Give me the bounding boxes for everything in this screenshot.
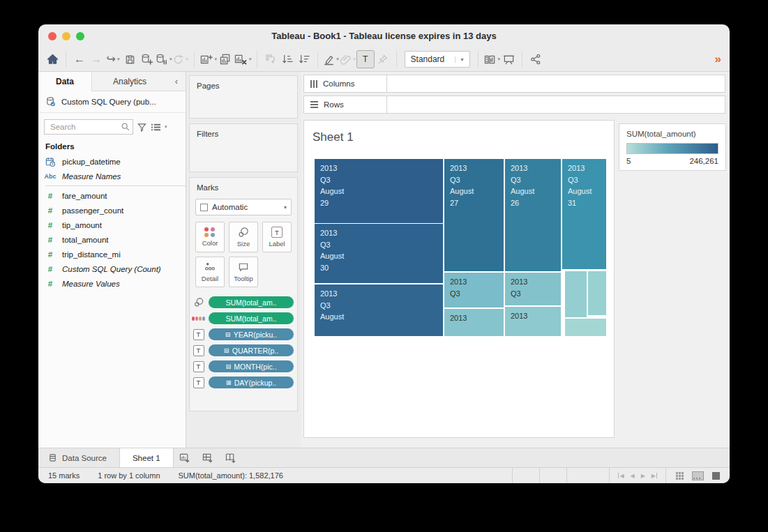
- field-pickup-datetime[interactable]: pickup_datetime: [38, 154, 186, 169]
- field-label: passenger_count: [62, 206, 123, 215]
- filters-label: Filters: [190, 124, 297, 138]
- treemap-cell[interactable]: [588, 271, 606, 315]
- field-measure-names[interactable]: Abc Measure Names: [38, 169, 186, 183]
- duplicate-sheet-button[interactable]: [217, 50, 234, 68]
- sort-descending-button[interactable]: [296, 50, 313, 68]
- status-bar: 15 marks 1 row by 1 column SUM(total_amo…: [38, 467, 730, 483]
- new-worksheet-tab-button[interactable]: [174, 448, 197, 468]
- detail-button[interactable]: Detail: [195, 257, 225, 287]
- filmstrip-view-icon[interactable]: [692, 471, 704, 480]
- tableau-window: Tableau - Book1 - Tableau license expire…: [38, 24, 730, 483]
- treemap-cell[interactable]: 2013Q3: [444, 273, 504, 307]
- next-page-icon[interactable]: ▶: [641, 473, 645, 479]
- search-input[interactable]: [44, 119, 133, 135]
- home-icon[interactable]: [44, 50, 61, 68]
- undo-button[interactable]: ←: [71, 50, 88, 68]
- pill-year-pickup[interactable]: ⊟YEAR(picku..: [209, 328, 294, 340]
- pages-card[interactable]: Pages: [189, 75, 298, 119]
- treemap-cell[interactable]: 2013Q3August30: [315, 224, 443, 283]
- presentation-mode-button[interactable]: [500, 50, 517, 68]
- fix-axes-pin-icon: [375, 50, 391, 68]
- new-dashboard-tab-button[interactable]: [197, 448, 220, 468]
- datasource-item[interactable]: Custom SQL Query (pub...: [38, 91, 186, 113]
- treemap-cell-label: 2013: [320, 227, 440, 239]
- label-button[interactable]: T Label: [262, 222, 292, 252]
- show-me-button[interactable]: ▾: [483, 50, 501, 68]
- pill-month-pickup[interactable]: ⊟MONTH(pic..: [209, 360, 294, 372]
- new-story-icon: [225, 453, 237, 464]
- color-button[interactable]: Color: [195, 222, 225, 252]
- filter-funnel-icon[interactable]: [137, 122, 147, 132]
- field-trip-distance[interactable]: # trip_distance_mi: [38, 247, 186, 261]
- tooltip-button[interactable]: Tooltip: [229, 257, 258, 287]
- fit-view-select[interactable]: Standard ▾: [405, 51, 470, 68]
- treemap-cell[interactable]: 2013Q3: [505, 273, 561, 305]
- mark-type-select[interactable]: Automatic ▾: [195, 199, 292, 215]
- treemap-cell[interactable]: 2013Q3August26: [505, 159, 561, 271]
- save-button[interactable]: [121, 50, 138, 68]
- pill-quarter-pickup[interactable]: ⊟QUARTER(p..: [209, 344, 294, 356]
- previous-page-icon[interactable]: ◀: [631, 473, 635, 479]
- pill-sum-total-amount-size[interactable]: SUM(total_am..: [209, 296, 294, 308]
- columns-shelf[interactable]: [387, 75, 725, 93]
- datasource-name: Custom SQL Query (pub...: [61, 98, 156, 106]
- field-measure-values[interactable]: # Measure Values: [38, 276, 186, 291]
- view-as-list-button[interactable]: ▾: [151, 123, 167, 132]
- new-worksheet-button[interactable]: ▾: [199, 50, 218, 68]
- field-sql-count[interactable]: # Custom SQL Query (Count): [38, 261, 186, 276]
- treemap-cell[interactable]: 2013Q3August29: [315, 159, 443, 223]
- treemap-cell-label: 2013: [511, 276, 558, 288]
- number-icon: #: [38, 221, 62, 229]
- field-passenger-count[interactable]: # passenger_count: [38, 203, 186, 218]
- last-page-icon[interactable]: ▶: [652, 473, 657, 479]
- treemap-cell[interactable]: [565, 319, 606, 336]
- field-total-amount[interactable]: # total_amount: [38, 232, 186, 247]
- share-button[interactable]: [527, 50, 544, 68]
- close-window-button[interactable]: [48, 32, 57, 40]
- new-data-source-button[interactable]: [138, 50, 155, 68]
- rows-shelf[interactable]: [387, 96, 725, 114]
- treemap-cell[interactable]: 2013Q3August27: [444, 159, 504, 271]
- pill-sum-total-amount-color[interactable]: SUM(total_am..: [209, 312, 294, 324]
- replay-button[interactable]: ↪▾: [105, 50, 121, 68]
- treemap-cell[interactable]: 2013Q3August: [315, 284, 443, 336]
- search-icon: [121, 122, 130, 132]
- toolbar-overflow-button[interactable]: »: [715, 52, 724, 66]
- legend-gradient: [626, 143, 718, 154]
- label-label: Label: [269, 240, 285, 248]
- treemap-cell[interactable]: 2013Q3August31: [562, 159, 606, 269]
- tab-analytics[interactable]: Analytics: [92, 72, 167, 91]
- field-label: Measure Values: [62, 280, 120, 288]
- legend-title: SUM(total_amount): [619, 124, 725, 143]
- tab-data-source[interactable]: Data Source: [38, 448, 119, 468]
- pause-auto-updates-button[interactable]: ▾: [155, 50, 172, 68]
- treemap-cell[interactable]: 2013: [505, 307, 561, 336]
- treemap-cell[interactable]: [565, 271, 587, 317]
- pill-day-pickup[interactable]: ⊞DAY(pickup..: [209, 377, 294, 388]
- highlight-button[interactable]: ▾: [323, 50, 340, 68]
- zoom-window-button[interactable]: [76, 32, 84, 40]
- full-view-icon[interactable]: [712, 472, 720, 480]
- collapse-pane-button[interactable]: ‹: [167, 72, 186, 91]
- show-mark-labels-toggle[interactable]: T: [356, 50, 375, 68]
- folders-header: Folders: [45, 142, 186, 151]
- treemap-cell[interactable]: 2013: [444, 309, 504, 336]
- new-dashboard-icon: [202, 453, 214, 464]
- color-icon: [192, 317, 205, 321]
- treemap-cell-label: Q3: [320, 174, 440, 186]
- filters-card[interactable]: Filters: [189, 123, 298, 172]
- color-legend[interactable]: SUM(total_amount) 5 246,261: [619, 123, 726, 171]
- field-fare-amount[interactable]: # fare_amount: [38, 188, 186, 203]
- show-sheet-tabs-icon[interactable]: [676, 472, 684, 480]
- treemap-cell-label: Q3: [568, 174, 603, 186]
- first-page-icon[interactable]: ◀: [618, 473, 624, 479]
- sort-ascending-button[interactable]: [279, 50, 296, 68]
- minimize-window-button[interactable]: [62, 32, 70, 40]
- clear-sheet-button[interactable]: ▾: [234, 50, 252, 68]
- columns-shelf-row: Columns: [303, 75, 725, 93]
- tab-sheet1[interactable]: Sheet 1: [119, 448, 174, 468]
- tab-data[interactable]: Data: [38, 72, 92, 91]
- size-button[interactable]: Size: [229, 222, 258, 252]
- new-story-tab-button[interactable]: [220, 448, 243, 468]
- field-tip-amount[interactable]: # tip_amount: [38, 218, 186, 232]
